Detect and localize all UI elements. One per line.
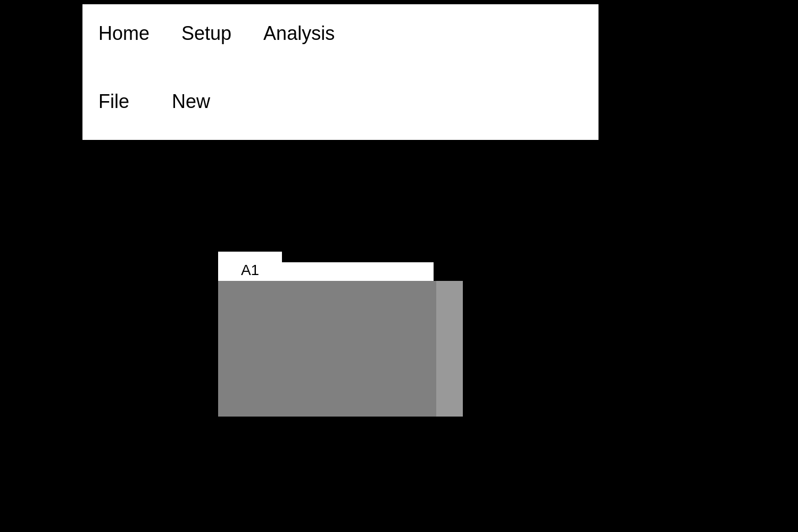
canvas-area: A1 A2 — [218, 252, 463, 417]
sub-bar: File New — [82, 63, 598, 140]
nav-setup[interactable]: Setup — [181, 22, 231, 45]
nav-home[interactable]: Home — [98, 22, 149, 45]
nav-analysis[interactable]: Analysis — [263, 22, 335, 45]
sub-new[interactable]: New — [172, 90, 210, 113]
folder-body — [218, 281, 463, 417]
main-container: Home Setup Analysis File New A1 A2 — [82, 4, 598, 528]
right-accent — [436, 281, 463, 417]
nav-bar: Home Setup Analysis — [82, 4, 598, 63]
tab-a1-label: A1 — [241, 262, 259, 279]
content-area: A1 A2 — [82, 140, 598, 528]
sub-file[interactable]: File — [98, 90, 129, 113]
top-panel: Home Setup Analysis File New — [82, 4, 598, 140]
